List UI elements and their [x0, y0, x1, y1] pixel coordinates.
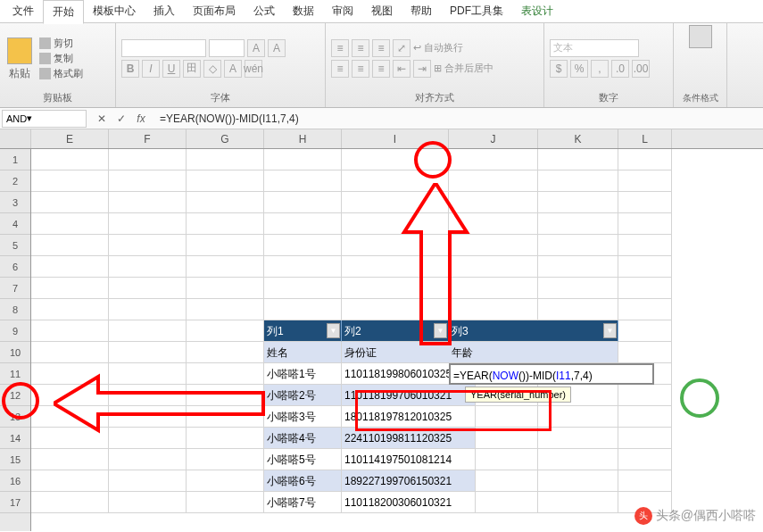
table-cell[interactable]: 列1▼	[264, 320, 342, 342]
row-header-1[interactable]: 1	[0, 149, 30, 170]
align-middle-button[interactable]: ≡	[352, 39, 369, 57]
row-header-9[interactable]: 9	[0, 320, 30, 342]
cell[interactable]	[31, 170, 109, 192]
cell[interactable]	[538, 235, 618, 256]
cell[interactable]	[31, 235, 109, 256]
cell[interactable]	[618, 149, 672, 170]
cell[interactable]	[31, 192, 109, 213]
cell[interactable]	[187, 363, 264, 385]
cell[interactable]	[109, 299, 187, 320]
increase-decimal-button[interactable]: .0	[611, 60, 629, 78]
cell[interactable]	[31, 342, 109, 363]
cell[interactable]	[109, 278, 187, 299]
cell[interactable]	[187, 278, 264, 299]
cell[interactable]	[264, 256, 342, 278]
cell[interactable]	[538, 449, 618, 470]
cell[interactable]	[342, 235, 449, 256]
row-header-10[interactable]: 10	[0, 342, 30, 363]
cell[interactable]	[187, 235, 264, 256]
align-center-button[interactable]: ≡	[352, 60, 369, 78]
cell[interactable]	[109, 170, 187, 192]
cell[interactable]	[449, 149, 538, 170]
cell[interactable]	[618, 320, 672, 342]
row-header-11[interactable]: 11	[0, 363, 30, 385]
cell[interactable]	[538, 428, 618, 449]
cell[interactable]	[264, 278, 342, 299]
name-box[interactable]: AND ▾	[2, 110, 87, 128]
cell[interactable]	[264, 213, 342, 235]
cell[interactable]	[538, 406, 618, 428]
cell[interactable]	[264, 235, 342, 256]
cell[interactable]	[618, 385, 672, 406]
table-cell[interactable]: 小嗒嗒6号	[264, 470, 342, 492]
cell[interactable]	[538, 492, 618, 513]
col-header-J[interactable]: J	[449, 129, 538, 148]
cell[interactable]	[187, 385, 264, 406]
cell[interactable]	[109, 320, 187, 342]
cell[interactable]	[187, 256, 264, 278]
menu-页面布局[interactable]: 页面布局	[184, 0, 245, 22]
filter-dropdown-icon[interactable]: ▼	[434, 323, 447, 338]
table-cell[interactable]: 年龄	[449, 342, 618, 363]
number-format-select[interactable]: 文本	[550, 39, 639, 57]
cell[interactable]	[31, 149, 109, 170]
cell[interactable]	[618, 428, 672, 449]
row-header-17[interactable]: 17	[0, 492, 30, 513]
menu-PDF工具集[interactable]: PDF工具集	[441, 0, 512, 22]
cell[interactable]	[538, 470, 618, 492]
cell[interactable]	[538, 256, 618, 278]
cell[interactable]	[109, 213, 187, 235]
align-top-button[interactable]: ≡	[331, 39, 349, 57]
paste-button[interactable]: 粘贴	[5, 36, 34, 81]
cell[interactable]	[538, 192, 618, 213]
cell[interactable]	[538, 278, 618, 299]
cell[interactable]	[538, 170, 618, 192]
formula-bar[interactable]: =YEAR(NOW())-MID(I11,7,4)	[154, 112, 763, 125]
cell[interactable]	[449, 170, 538, 192]
col-header-G[interactable]: G	[187, 129, 264, 148]
menu-开始[interactable]: 开始	[43, 0, 84, 24]
cell[interactable]	[618, 213, 672, 235]
table-cell[interactable]: 小嗒嗒5号	[264, 449, 342, 470]
cell[interactable]	[187, 299, 264, 320]
cell[interactable]	[538, 299, 618, 320]
row-header-15[interactable]: 15	[0, 449, 30, 470]
align-right-button[interactable]: ≡	[372, 60, 390, 78]
table-cell[interactable]: 小嗒嗒7号	[264, 492, 342, 513]
cell[interactable]	[538, 213, 618, 235]
wrap-text-button[interactable]: ↩ 自动换行	[413, 41, 493, 54]
copy-button[interactable]: 复制	[39, 52, 83, 65]
cell[interactable]	[31, 470, 109, 492]
row-header-4[interactable]: 4	[0, 213, 30, 235]
table-cell[interactable]: 110114197501081214	[342, 449, 476, 470]
cells-area[interactable]: 列1▼列2▼列3▼列3▼姓名身份证年龄小嗒嗒1号1101181998060103…	[31, 149, 763, 531]
cell[interactable]	[109, 470, 187, 492]
cell[interactable]	[618, 170, 672, 192]
cell[interactable]	[618, 256, 672, 278]
menu-表设计[interactable]: 表设计	[512, 0, 562, 22]
menu-插入[interactable]: 插入	[145, 0, 184, 22]
menu-模板中心[interactable]: 模板中心	[84, 0, 145, 22]
cell[interactable]	[109, 192, 187, 213]
cell[interactable]	[342, 299, 449, 320]
cell[interactable]	[187, 342, 264, 363]
cell[interactable]	[618, 342, 672, 363]
menu-审阅[interactable]: 审阅	[323, 0, 362, 22]
decrease-decimal-button[interactable]: .00	[632, 60, 650, 78]
cell[interactable]	[31, 385, 109, 406]
cell[interactable]	[618, 470, 672, 492]
cell[interactable]	[109, 492, 187, 513]
col-header-L[interactable]: L	[618, 129, 672, 148]
underline-button[interactable]: U	[162, 60, 180, 78]
cell[interactable]	[109, 428, 187, 449]
cell[interactable]	[342, 213, 449, 235]
table-cell[interactable]: 小嗒嗒3号	[264, 406, 342, 428]
font-size-select[interactable]	[209, 39, 245, 57]
bold-button[interactable]: B	[121, 60, 139, 78]
filter-dropdown-icon[interactable]: ▼	[327, 323, 340, 338]
cell[interactable]	[31, 278, 109, 299]
format-painter-button[interactable]: 格式刷	[39, 67, 83, 80]
menu-公式[interactable]: 公式	[245, 0, 284, 22]
cell[interactable]	[187, 470, 264, 492]
cell[interactable]	[538, 149, 618, 170]
